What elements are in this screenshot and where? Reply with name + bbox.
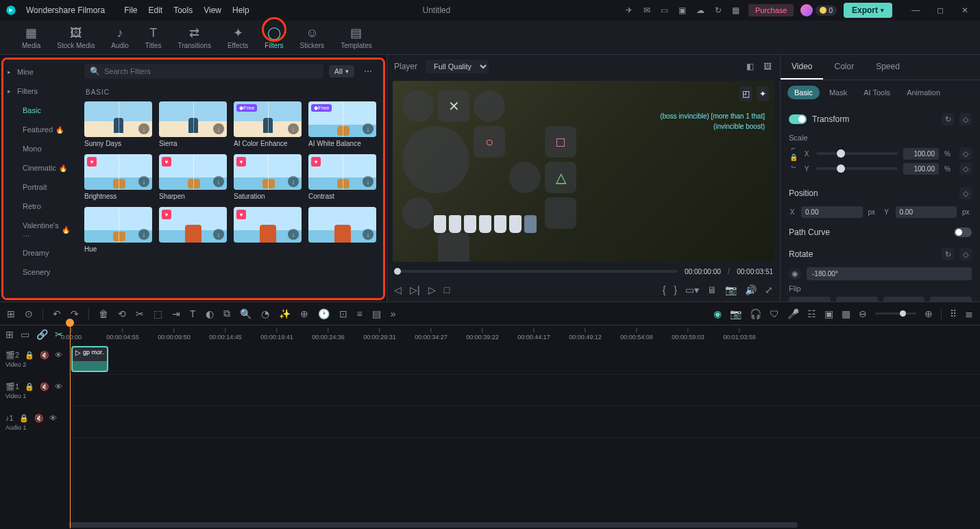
- filter-card[interactable]: ↓Sunny Days: [84, 101, 152, 147]
- close-button[interactable]: ✕: [955, 3, 975, 17]
- tl-zoom-slider[interactable]: [875, 312, 916, 315]
- tool-effects[interactable]: ✦Effects: [219, 23, 256, 52]
- export-button[interactable]: Export▾: [844, 3, 892, 18]
- stop-button[interactable]: □: [444, 284, 450, 295]
- track-lane[interactable]: [69, 406, 980, 438]
- tl-add-icon[interactable]: ⊕: [300, 308, 308, 319]
- player-seek-bar[interactable]: [394, 270, 678, 273]
- tl-align-icon[interactable]: ≡: [357, 308, 363, 319]
- tl-trim-icon[interactable]: ⇥: [172, 308, 180, 319]
- player-canvas[interactable]: ✕ ○ □ △ ◰ ✦ (bos: [393, 81, 774, 262]
- tl-crop-icon[interactable]: ⬚: [154, 308, 162, 319]
- rotate-value[interactable]: -180.00°: [807, 267, 972, 280]
- tl-adjust-icon[interactable]: ⊞: [5, 329, 14, 340]
- quality-select[interactable]: Full Quality: [426, 60, 489, 73]
- scale-y-slider[interactable]: [816, 167, 898, 170]
- filter-card[interactable]: ♥↓Brightness: [84, 154, 152, 200]
- play-button[interactable]: ▷: [428, 284, 436, 295]
- playhead[interactable]: [70, 323, 71, 528]
- timeline-ruler[interactable]: 0:00:0000:00:04:5500:00:09:5000:00:14:45…: [69, 325, 980, 343]
- filter-card[interactable]: ♥↓: [234, 207, 302, 253]
- menu-view[interactable]: View: [204, 5, 221, 15]
- tl-more-icon[interactable]: »: [391, 308, 396, 319]
- flip-rotate-button[interactable]: ⟲: [930, 297, 972, 302]
- filter-all-chip[interactable]: All▾: [329, 65, 354, 77]
- filter-card[interactable]: ↓Sierra: [159, 101, 227, 147]
- tl-record-icon[interactable]: ◉: [713, 308, 722, 319]
- fullscreen-button[interactable]: ⤢: [765, 284, 773, 295]
- overlay-effects-icon[interactable]: ✦: [757, 86, 769, 101]
- category-cinematic[interactable]: Cinematic🔥: [3, 158, 77, 177]
- tl-view-icon[interactable]: ⠿: [950, 308, 957, 319]
- tl-text-icon[interactable]: T: [190, 308, 196, 319]
- tl-zoom-out-icon[interactable]: ⊖: [859, 308, 867, 319]
- tl-render-icon[interactable]: ▦: [842, 308, 850, 319]
- tl-search-icon[interactable]: 🔍: [240, 308, 252, 319]
- tl-split-icon[interactable]: ✂: [136, 308, 144, 319]
- tool-audio[interactable]: ♪Audio: [103, 23, 137, 52]
- track-lane[interactable]: [69, 375, 980, 406]
- mark-out-button[interactable]: }: [674, 284, 677, 295]
- keyframe-scale-y-icon[interactable]: ◇: [959, 162, 972, 175]
- tl-pointer-icon[interactable]: ⊞: [7, 308, 15, 319]
- category-featured[interactable]: Featured🔥: [3, 120, 77, 139]
- scale-y-value[interactable]: 100.00: [903, 163, 939, 175]
- apps-icon[interactable]: ▦: [731, 5, 742, 16]
- tl-clock-icon[interactable]: 🕐: [318, 308, 330, 319]
- rotate-dial[interactable]: ◉: [789, 268, 801, 280]
- flip-copy-button[interactable]: ⎘: [883, 297, 925, 302]
- mark-in-button[interactable]: {: [663, 284, 666, 295]
- tl-delete-icon[interactable]: 🗑: [99, 308, 108, 319]
- tl-subtitle-icon[interactable]: ☷: [807, 308, 816, 319]
- tl-layers-icon[interactable]: ▤: [372, 308, 381, 319]
- history-icon[interactable]: ↻: [713, 5, 724, 16]
- subtab-mask[interactable]: Mask: [822, 86, 854, 99]
- tl-redo-icon[interactable]: ↷: [71, 308, 79, 319]
- timeline-clip[interactable]: ▷gp mor…: [71, 346, 108, 372]
- overlay-crop-icon[interactable]: ◰: [739, 86, 752, 101]
- filter-card[interactable]: ♥↓Contrast: [308, 154, 376, 200]
- filter-card[interactable]: ↓: [308, 207, 376, 253]
- keyframe-position-icon[interactable]: ◇: [959, 187, 972, 199]
- tl-snapshot-icon[interactable]: ▣: [824, 308, 833, 319]
- minimize-button[interactable]: —: [906, 3, 925, 17]
- filter-card[interactable]: ◆Free↓AI Color Enhance: [234, 101, 302, 147]
- category-portrait[interactable]: Portrait: [3, 177, 77, 197]
- tl-undo-icon[interactable]: ↶: [53, 308, 61, 319]
- tool-transitions[interactable]: ⇄Transitions: [169, 23, 219, 52]
- purchase-button[interactable]: Purchase: [748, 4, 794, 16]
- category-basic[interactable]: Basic: [3, 101, 77, 120]
- more-options-button[interactable]: ⋯: [360, 64, 376, 78]
- keyframe-rotate-icon[interactable]: ◇: [959, 248, 972, 260]
- reset-rotate-icon[interactable]: ↻: [942, 248, 954, 260]
- track-label[interactable]: 🎬1🔒🔇👁Video 1: [0, 375, 69, 406]
- tl-shield-icon[interactable]: 🛡: [770, 308, 779, 319]
- tl-group-icon[interactable]: ⧉: [223, 308, 230, 319]
- search-input[interactable]: [104, 67, 318, 75]
- volume-button[interactable]: 🔊: [745, 284, 757, 295]
- flip-horizontal-button[interactable]: ⇋: [789, 297, 831, 302]
- avatar[interactable]: [800, 4, 813, 16]
- path-curve-toggle[interactable]: [954, 227, 972, 237]
- track-label[interactable]: 🎬2🔒🔇👁Video 2: [0, 343, 69, 375]
- filter-card[interactable]: ♥↓Sharpen: [159, 154, 227, 200]
- search-filters[interactable]: 🔍: [84, 64, 323, 79]
- tl-mask-icon[interactable]: ◐: [206, 308, 214, 319]
- category-mono[interactable]: Mono: [3, 139, 77, 158]
- maximize-button[interactable]: ◻: [931, 3, 950, 17]
- filter-card[interactable]: ♥↓Saturation: [234, 154, 302, 200]
- tool-templates[interactable]: ▤Templates: [332, 23, 380, 52]
- timeline-scrollbar[interactable]: [69, 521, 980, 529]
- tl-track-icon[interactable]: ▭: [21, 329, 29, 340]
- subtab-animation[interactable]: Animation: [900, 86, 947, 99]
- messages-icon[interactable]: ✉: [641, 5, 652, 16]
- snapshot-icon[interactable]: 🖼: [762, 61, 773, 72]
- scale-x-slider[interactable]: [816, 152, 898, 155]
- filter-card[interactable]: ♥↓: [159, 207, 227, 253]
- menu-edit[interactable]: Edit: [149, 5, 163, 15]
- tl-audio-icon[interactable]: 🎧: [750, 308, 761, 319]
- subtab-basic[interactable]: Basic: [787, 86, 820, 99]
- credit-badge[interactable]: 0: [816, 5, 837, 16]
- filter-card[interactable]: ↓Hue: [84, 207, 152, 253]
- transform-toggle[interactable]: [789, 114, 807, 124]
